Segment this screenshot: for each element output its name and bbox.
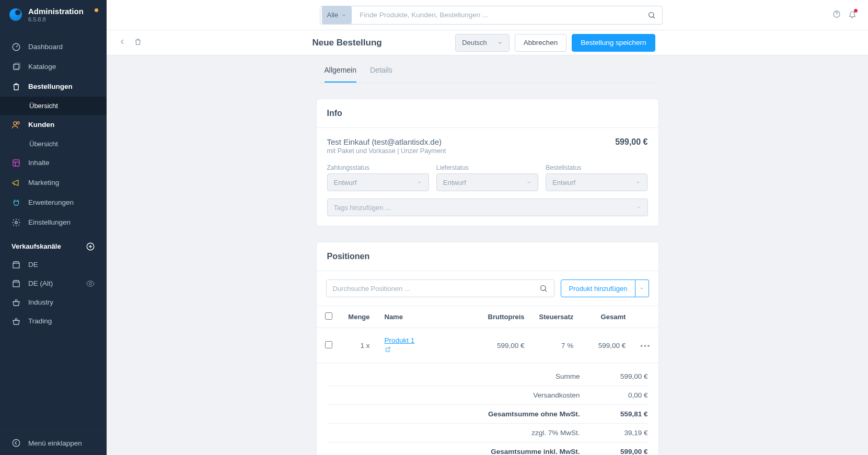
positions-header: Positionen xyxy=(317,242,658,271)
back-button[interactable] xyxy=(118,38,126,48)
main: Alle Neue Bestellung xyxy=(107,0,868,455)
chevron-down-icon xyxy=(417,180,422,185)
storefront-icon xyxy=(11,260,21,270)
bag-icon xyxy=(134,38,142,46)
plug-icon xyxy=(11,198,21,207)
gear-icon xyxy=(11,218,21,227)
chevron-down-icon xyxy=(341,13,346,18)
nav-catalogs[interactable]: Kataloge xyxy=(0,57,107,77)
help-button[interactable] xyxy=(832,10,841,20)
positions-table: Menge Name Bruttopreis Steuersatz Gesamt xyxy=(317,306,658,363)
tags-input[interactable]: Tags hinzufügen ... xyxy=(327,199,648,216)
plus-circle-icon[interactable] xyxy=(86,242,95,251)
shipping-status-select[interactable]: Entwurf xyxy=(436,173,538,191)
logo-icon xyxy=(9,8,22,21)
nav-label: Inhalte xyxy=(28,159,50,167)
megaphone-icon xyxy=(11,178,21,188)
select-all-checkbox[interactable] xyxy=(325,312,332,320)
users-icon xyxy=(11,120,21,130)
storefront-icon xyxy=(11,279,21,288)
customer-name: Test Einkauf (test@atlantisdx.de) xyxy=(327,137,446,146)
row-actions-button[interactable]: ••• xyxy=(640,342,651,349)
col-name: Name xyxy=(377,306,480,328)
language-select[interactable]: Deutsch xyxy=(455,34,510,52)
external-link-icon[interactable] xyxy=(385,346,391,354)
nav-orders[interactable]: Bestellungen xyxy=(0,77,107,97)
svg-point-12 xyxy=(649,12,653,17)
row-gross: 599,00 € xyxy=(480,328,532,363)
add-product-button[interactable]: Produkt hinzufügen xyxy=(561,279,635,297)
basket-icon xyxy=(11,317,21,326)
channel-item[interactable]: DE (Alt) xyxy=(0,274,107,293)
nav-customers-overview[interactable]: Übersicht xyxy=(0,135,107,153)
summary-row: Summe599,00 € xyxy=(327,367,648,386)
product-link[interactable]: Produkt 1 xyxy=(385,336,415,344)
svg-point-14 xyxy=(541,286,546,290)
info-header: Info xyxy=(317,99,658,128)
page-title: Neue Bestellung xyxy=(313,38,382,48)
nav-label: Kunden xyxy=(28,121,54,129)
shipping-status-label: Lieferstatus xyxy=(436,164,538,171)
nav-customers[interactable]: Kunden xyxy=(0,115,107,135)
row-checkbox[interactable] xyxy=(325,341,332,348)
search-input[interactable] xyxy=(353,11,641,19)
channel-label: Trading xyxy=(28,317,52,325)
search-scope-selector[interactable]: Alle xyxy=(322,6,352,24)
info-card: Info Test Einkauf (test@atlantisdx.de) m… xyxy=(316,99,659,226)
sidebar: Administration 6.5.8.8 Dashboard Katalog… xyxy=(0,0,107,455)
payment-status-label: Zahlungsstatus xyxy=(327,164,429,171)
nav-label: Marketing xyxy=(28,179,59,186)
row-tax: 7 % xyxy=(532,328,581,363)
save-button[interactable]: Bestellung speichern xyxy=(572,34,655,52)
summary-row: zzgl. 7% MwSt.39,19 € xyxy=(327,424,648,442)
nav-label: Übersicht xyxy=(29,140,58,148)
order-total: 599,00 € xyxy=(615,137,647,147)
collapse-menu[interactable]: Menü einklappen xyxy=(0,430,107,455)
svg-rect-5 xyxy=(13,160,19,166)
col-gross: Bruttopreis xyxy=(480,306,532,328)
chevron-down-icon xyxy=(636,205,641,210)
notifications-button[interactable] xyxy=(848,10,857,20)
nav-extensions[interactable]: Erweiterungen xyxy=(0,193,107,213)
summary-row: Versandkosten0,00 € xyxy=(327,386,648,405)
chevron-down-icon xyxy=(497,40,503,45)
search-icon xyxy=(647,11,656,19)
layers-icon xyxy=(11,62,21,72)
payment-status-select[interactable]: Entwurf xyxy=(327,173,429,191)
nav-label: Übersicht xyxy=(29,102,58,110)
channel-item[interactable]: DE xyxy=(0,255,107,274)
customer-sub: mit Paket und Vorkasse | Unzer Payment xyxy=(327,147,446,155)
nav-dashboard[interactable]: Dashboard xyxy=(0,37,107,57)
summary-row: Gesamtsumme inkl. MwSt.599,00 € xyxy=(327,442,648,455)
summary-row: Gesamtsumme ohne MwSt.559,81 € xyxy=(327,405,648,424)
tab-general[interactable]: Allgemein xyxy=(325,59,356,83)
nav-orders-overview[interactable]: Übersicht xyxy=(0,97,107,115)
topbar: Alle xyxy=(107,0,868,30)
channel-item[interactable]: Industry xyxy=(0,293,107,312)
svg-point-4 xyxy=(17,122,20,124)
search-button[interactable] xyxy=(641,6,662,24)
row-total: 599,00 € xyxy=(581,328,633,363)
chevron-left-icon xyxy=(118,38,126,46)
svg-point-6 xyxy=(15,221,18,224)
chevron-down-icon xyxy=(639,286,644,291)
tabs: Allgemein Details xyxy=(316,59,659,83)
search-icon xyxy=(539,284,548,293)
svg-rect-9 xyxy=(13,282,19,287)
channel-label: DE (Alt) xyxy=(28,279,53,287)
add-product-dropdown[interactable] xyxy=(635,279,649,297)
order-status-select[interactable]: Entwurf xyxy=(546,173,647,191)
positions-search-input[interactable] xyxy=(333,285,540,293)
sidebar-header: Administration 6.5.8.8 xyxy=(0,0,107,30)
nav-settings[interactable]: Einstellungen xyxy=(0,213,107,232)
layout-icon xyxy=(11,158,21,168)
channel-item[interactable]: Trading xyxy=(0,312,107,331)
row-qty: 1 x xyxy=(341,328,377,363)
nav-marketing[interactable]: Marketing xyxy=(0,173,107,193)
nav-content[interactable]: Inhalte xyxy=(0,153,107,173)
global-search: Alle xyxy=(320,6,663,25)
tab-details[interactable]: Details xyxy=(370,59,392,83)
svg-point-3 xyxy=(14,122,17,125)
cancel-button[interactable]: Abbrechen xyxy=(515,34,566,52)
nav: Dashboard Kataloge Bestellungen Übersich… xyxy=(0,30,107,431)
